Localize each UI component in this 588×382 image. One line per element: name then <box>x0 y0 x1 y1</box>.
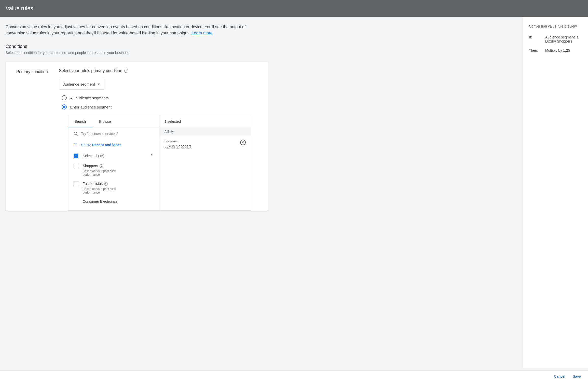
tab-search[interactable]: Search <box>68 115 92 128</box>
then-value: Multiply by 1.25 <box>545 48 582 52</box>
selected-item: Shoppers Luxury Shoppers ✕ <box>159 135 251 153</box>
filter-row[interactable]: Show: Recent and ideas <box>68 139 159 151</box>
list-item[interactable]: Shoppers Based on your past click perfor… <box>68 161 159 179</box>
caret-down-icon <box>98 84 100 85</box>
then-label: Then: <box>529 48 540 52</box>
radio-enter-segment[interactable]: Enter audience segment <box>59 102 260 112</box>
content: Conversion value rules let you adjust va… <box>0 17 588 368</box>
radio-icon <box>62 95 67 100</box>
svg-line-1 <box>76 134 78 135</box>
rule-title: Select your rule's primary condition ? <box>59 69 260 73</box>
search-input[interactable] <box>81 132 154 136</box>
intro-text: Conversion value rules let you adjust va… <box>6 24 263 36</box>
filter-icon <box>74 143 78 147</box>
conditions-heading: Conditions <box>6 44 517 49</box>
radio-all-segments[interactable]: All audience segments <box>59 93 260 102</box>
main-column: Conversion value rules let you adjust va… <box>0 17 523 368</box>
checkbox-icon[interactable] <box>74 164 78 168</box>
learn-more-link[interactable]: Learn more <box>192 31 213 35</box>
if-value: Audience segment is Luxury Shoppers <box>545 35 582 43</box>
segment-name: Fashionistas <box>83 182 103 186</box>
checkbox-icon[interactable] <box>74 182 78 186</box>
search-row <box>68 128 159 139</box>
primary-condition-card: Primary condition Select your rule's pri… <box>6 62 268 211</box>
radio-label: All audience segments <box>70 96 109 100</box>
radio-icon <box>62 104 67 110</box>
picker-left: Search Browse Show: Recent and ideas <box>68 115 160 210</box>
list-item[interactable]: Consumer Electronics <box>68 197 159 207</box>
preview-title: Conversion value rule preview <box>529 24 582 29</box>
radio-label: Enter audience segment <box>70 105 112 109</box>
selected-name: Luxury Shoppers <box>165 144 192 149</box>
checkbox-indeterminate-icon[interactable] <box>74 154 78 158</box>
chevron-up-icon[interactable]: ⌃ <box>150 153 154 159</box>
picker-tabs: Search Browse <box>68 115 159 128</box>
if-label: If: <box>529 35 540 43</box>
segment-desc: Based on your past click performance <box>83 169 129 176</box>
conditions-sub: Select the condition for your customers … <box>6 51 517 55</box>
svg-point-0 <box>74 132 77 135</box>
primary-condition-label: Primary condition <box>16 69 48 74</box>
segment-name: Shoppers <box>83 164 98 168</box>
help-icon[interactable]: ? <box>124 69 128 73</box>
selected-category: Shoppers <box>165 140 240 143</box>
select-all-row[interactable]: Select all (15) ⌃ <box>68 151 159 161</box>
segment-scroll[interactable]: Select all (15) ⌃ Shoppers Based on your… <box>68 151 159 210</box>
preview-if-row: If: Audience segment is Luxury Shoppers <box>529 35 582 43</box>
segment-name: Consumer Electronics <box>83 199 118 204</box>
condition-type-dropdown[interactable]: Audience segment <box>59 79 104 90</box>
clock-icon <box>104 182 108 186</box>
rule-title-text: Select your rule's primary condition <box>59 69 122 73</box>
remove-selected-button[interactable]: ✕ <box>240 140 246 145</box>
search-icon <box>74 131 78 136</box>
picker-right: 1 selected Affinity Shoppers Luxury Shop… <box>159 115 251 210</box>
affinity-header: Affinity <box>159 128 251 135</box>
preview-then-row: Then: Multiply by 1.25 <box>529 48 582 52</box>
clock-icon <box>100 164 103 168</box>
selected-count: 1 selected <box>159 115 251 128</box>
select-all-label: Select all (15) <box>83 154 145 158</box>
tab-browse[interactable]: Browse <box>92 115 118 128</box>
filter-label: Show: Recent and ideas <box>81 143 121 147</box>
preview-sidebar: Conversion value rule preview If: Audien… <box>523 17 588 368</box>
list-item[interactable]: Fashionistas Based on your past click pe… <box>68 179 159 197</box>
page-title: Value rules <box>6 5 33 11</box>
segment-desc: Based on your past click performance <box>83 187 129 194</box>
segment-picker: Search Browse Show: Recent and ideas <box>68 115 251 211</box>
page-header: Value rules <box>0 0 588 17</box>
dropdown-value: Audience segment <box>63 82 95 86</box>
